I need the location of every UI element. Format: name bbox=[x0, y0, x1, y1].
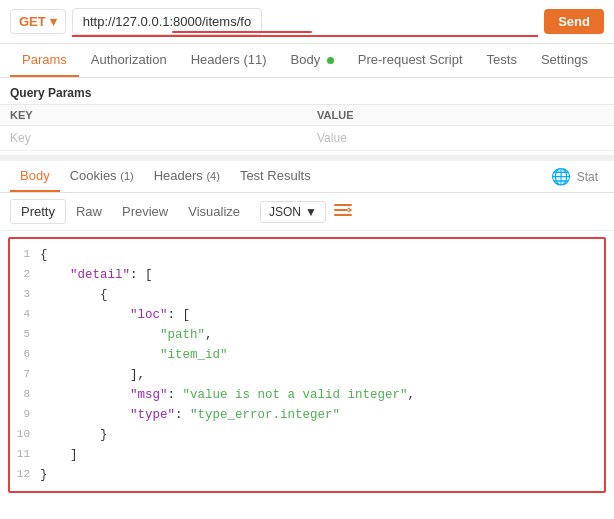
line-number: 1 bbox=[10, 245, 38, 265]
send-button[interactable]: Send bbox=[544, 9, 604, 34]
line-number: 12 bbox=[10, 465, 38, 485]
format-tab-raw[interactable]: Raw bbox=[66, 200, 112, 223]
line-number: 8 bbox=[10, 385, 38, 405]
value-cell[interactable]: Value bbox=[307, 126, 614, 151]
code-line: 7 ], bbox=[10, 365, 604, 385]
line-content: } bbox=[38, 425, 604, 445]
globe-icon[interactable]: 🌐 bbox=[551, 167, 571, 186]
body-tab-test-results[interactable]: Test Results bbox=[230, 161, 321, 192]
body-tabs-row: Body Cookies (1) Headers (4) Test Result… bbox=[0, 161, 614, 193]
stat-label: Stat bbox=[571, 170, 604, 184]
method-select[interactable]: GET ▾ bbox=[10, 9, 66, 34]
line-content: "path", bbox=[38, 325, 604, 345]
method-label: GET bbox=[19, 14, 46, 29]
format-tab-visualize[interactable]: Visualize bbox=[178, 200, 250, 223]
wrap-icon[interactable] bbox=[334, 203, 352, 221]
line-content: { bbox=[38, 245, 604, 265]
svg-rect-1 bbox=[334, 209, 348, 211]
code-line: 9 "type": "type_error.integer" bbox=[10, 405, 604, 425]
body-tab-cookies[interactable]: Cookies (1) bbox=[60, 161, 144, 192]
json-chevron: ▼ bbox=[305, 205, 317, 219]
line-number: 5 bbox=[10, 325, 38, 345]
line-number: 4 bbox=[10, 305, 38, 325]
key-column-header: KEY bbox=[0, 105, 307, 126]
json-label: JSON bbox=[269, 205, 301, 219]
top-bar: GET ▾ Send bbox=[0, 0, 614, 44]
line-number: 3 bbox=[10, 285, 38, 305]
params-table: KEY VALUE Key Value bbox=[0, 104, 614, 151]
line-content: { bbox=[38, 285, 604, 305]
line-content: "item_id" bbox=[38, 345, 604, 365]
code-line: 2 "detail": [ bbox=[10, 265, 604, 285]
method-chevron: ▾ bbox=[50, 14, 57, 29]
line-content: } bbox=[38, 465, 604, 485]
line-content: "detail": [ bbox=[38, 265, 604, 285]
code-line: 4 "loc": [ bbox=[10, 305, 604, 325]
line-number: 2 bbox=[10, 265, 38, 285]
line-content: "type": "type_error.integer" bbox=[38, 405, 604, 425]
line-content: "loc": [ bbox=[38, 305, 604, 325]
tab-pre-request[interactable]: Pre-request Script bbox=[346, 44, 475, 77]
line-number: 9 bbox=[10, 405, 38, 425]
tab-authorization[interactable]: Authorization bbox=[79, 44, 179, 77]
code-line: 8 "msg": "value is not a valid integer", bbox=[10, 385, 604, 405]
line-content: ], bbox=[38, 365, 604, 385]
tab-tests[interactable]: Tests bbox=[475, 44, 529, 77]
table-row: Key Value bbox=[0, 126, 614, 151]
tab-headers[interactable]: Headers (11) bbox=[179, 44, 279, 77]
line-number: 7 bbox=[10, 365, 38, 385]
format-tabs-row: Pretty Raw Preview Visualize JSON ▼ bbox=[0, 193, 614, 231]
line-content: ] bbox=[38, 445, 604, 465]
request-tabs: Params Authorization Headers (11) Body P… bbox=[0, 44, 614, 78]
value-column-header: VALUE bbox=[307, 105, 614, 126]
code-line: 3 { bbox=[10, 285, 604, 305]
line-number: 10 bbox=[10, 425, 38, 445]
tab-settings[interactable]: Settings bbox=[529, 44, 600, 77]
body-tab-headers[interactable]: Headers (4) bbox=[144, 161, 230, 192]
response-section: Body Cookies (1) Headers (4) Test Result… bbox=[0, 155, 614, 493]
response-code-area: 1{2 "detail": [3 {4 "loc": [5 "path",6 "… bbox=[8, 237, 606, 493]
wrap-lines-icon bbox=[334, 203, 352, 217]
code-line: 11 ] bbox=[10, 445, 604, 465]
json-format-select[interactable]: JSON ▼ bbox=[260, 201, 326, 223]
tab-body[interactable]: Body bbox=[279, 44, 346, 77]
tab-params[interactable]: Params bbox=[10, 44, 79, 77]
body-tab-body[interactable]: Body bbox=[10, 161, 60, 192]
code-line: 12} bbox=[10, 465, 604, 485]
line-content: "msg": "value is not a valid integer", bbox=[38, 385, 604, 405]
query-params-section: Query Params KEY VALUE Key Value bbox=[0, 78, 614, 151]
svg-rect-2 bbox=[334, 214, 352, 216]
body-dot bbox=[327, 57, 334, 64]
query-params-title: Query Params bbox=[0, 78, 614, 104]
format-tab-pretty[interactable]: Pretty bbox=[10, 199, 66, 224]
code-line: 10 } bbox=[10, 425, 604, 445]
format-tab-preview[interactable]: Preview bbox=[112, 200, 178, 223]
line-number: 6 bbox=[10, 345, 38, 365]
line-number: 11 bbox=[10, 445, 38, 465]
code-line: 1{ bbox=[10, 245, 604, 265]
cookies-badge: (1) bbox=[120, 170, 133, 182]
headers-badge: (4) bbox=[206, 170, 219, 182]
svg-rect-0 bbox=[334, 204, 352, 206]
code-line: 5 "path", bbox=[10, 325, 604, 345]
code-line: 6 "item_id" bbox=[10, 345, 604, 365]
key-cell[interactable]: Key bbox=[0, 126, 307, 151]
